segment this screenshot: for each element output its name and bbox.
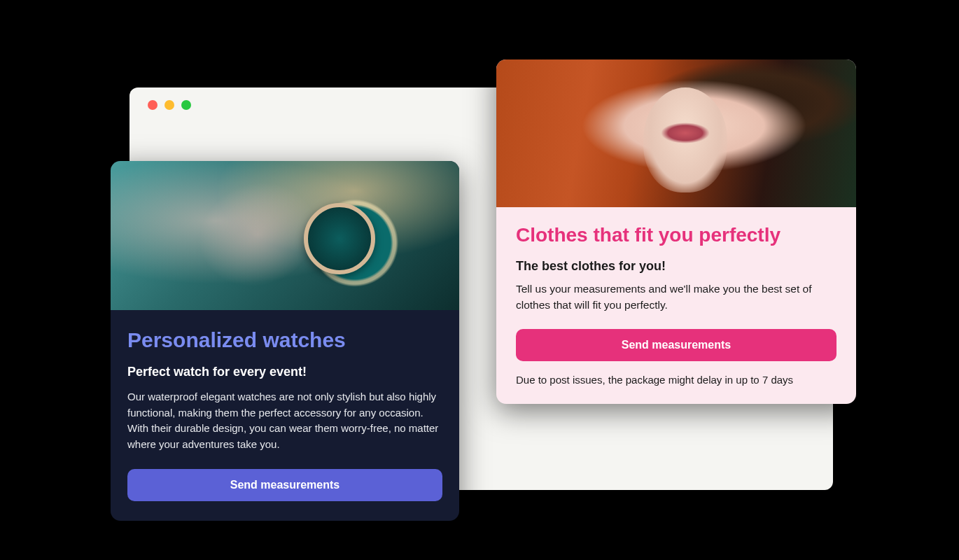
card-clothes: Clothes that fit you perfectly The best … [496, 59, 856, 404]
card-clothes-subtitle: The best clothes for you! [516, 259, 836, 274]
card-watches-body: Personalized watches Perfect watch for e… [111, 310, 459, 521]
card-clothes-title: Clothes that fit you perfectly [516, 224, 836, 246]
card-watches-title: Personalized watches [127, 328, 442, 352]
maximize-icon[interactable] [181, 100, 191, 110]
card-clothes-image [496, 59, 856, 207]
card-clothes-note: Due to post issues, the package might de… [516, 374, 836, 386]
send-measurements-button[interactable]: Send measurements [127, 469, 442, 501]
card-watches-description: Our waterproof elegant watches are not o… [127, 389, 442, 452]
minimize-icon[interactable] [164, 100, 174, 110]
close-icon[interactable] [148, 100, 158, 110]
card-watches: Personalized watches Perfect watch for e… [111, 161, 459, 521]
card-clothes-body: Clothes that fit you perfectly The best … [496, 207, 856, 404]
card-watches-subtitle: Perfect watch for every event! [127, 365, 442, 379]
card-watches-image [111, 161, 459, 310]
card-clothes-description: Tell us your measurements and we'll make… [516, 281, 836, 314]
send-measurements-button[interactable]: Send measurements [516, 329, 836, 361]
